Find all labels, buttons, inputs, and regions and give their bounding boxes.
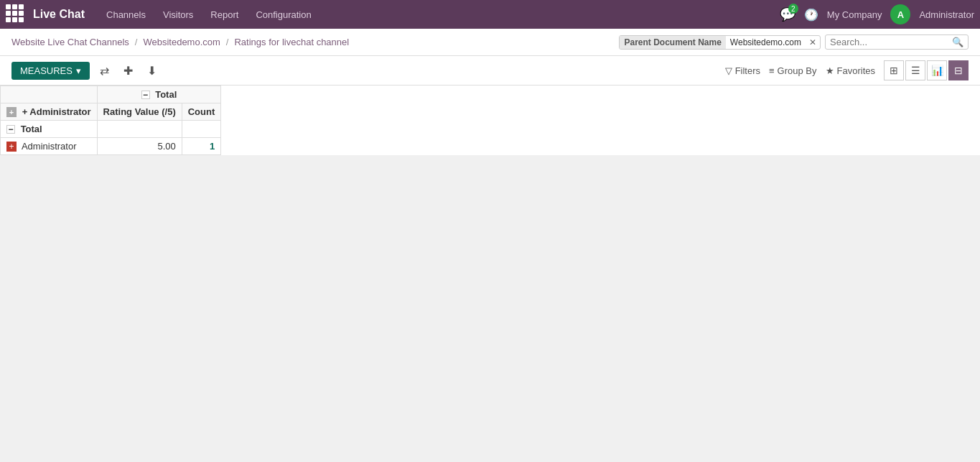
filter-tag-value: Websitedemo.com: [726, 36, 806, 49]
nav-right-area: 💬 2 🕐 My Company A Administrator: [780, 4, 974, 24]
add-icon[interactable]: ✚: [119, 62, 137, 80]
chart-view-button[interactable]: 📊: [927, 60, 947, 80]
filter-tag: Parent Document Name Websitedemo.com ✕: [619, 35, 821, 50]
filters-button[interactable]: ▽ Filters: [725, 65, 760, 76]
pivot-admin-row-label: + Administrator: [1, 138, 98, 155]
company-name[interactable]: My Company: [827, 9, 882, 20]
pivot-row-admin: + Administrator 5.00 1: [1, 138, 221, 155]
nav-visitors[interactable]: Visitors: [156, 6, 200, 23]
search-input[interactable]: [830, 37, 952, 47]
adjust-icon[interactable]: ⇄: [95, 62, 113, 80]
filters-label: Filters: [735, 65, 760, 76]
main-content: − Total + + Administrator Rating Value (…: [0, 86, 980, 155]
pivot-row-total: − Total: [1, 121, 221, 138]
pivot-header-empty: [1, 86, 98, 103]
breadcrumb-sep-1: /: [135, 37, 138, 47]
plus-row-icon[interactable]: +: [6, 142, 17, 152]
favorites-label: Favorites: [837, 65, 875, 76]
filter-tag-label: Parent Document Name: [620, 36, 725, 49]
user-avatar[interactable]: A: [890, 4, 910, 24]
plus-admin-icon[interactable]: +: [6, 107, 17, 117]
pivot-area: − Total + + Administrator Rating Value (…: [0, 86, 980, 155]
groupby-label: Group By: [778, 65, 817, 76]
user-name[interactable]: Administrator: [919, 9, 974, 20]
pivot-col-count: Count: [182, 103, 221, 121]
clock-icon[interactable]: 🕐: [804, 8, 818, 22]
search-input-wrap: 🔍: [825, 34, 969, 50]
pivot-total-rating: [97, 121, 182, 138]
groupby-icon: ≡: [769, 65, 775, 76]
measures-label: MEASURES: [20, 65, 73, 76]
filter-funnel-icon: ▽: [725, 65, 732, 76]
pivot-header-total: − Total: [97, 86, 221, 103]
minus-row-icon[interactable]: −: [6, 125, 15, 134]
breadcrumb-part-1[interactable]: Website Live Chat Channels: [11, 37, 129, 47]
favorites-button[interactable]: ★ Favorites: [826, 65, 875, 76]
breadcrumb-part-3: Ratings for livechat channel: [234, 37, 349, 47]
nav-configuration[interactable]: Configuration: [248, 6, 318, 23]
chat-notification-icon[interactable]: 💬 2: [780, 6, 795, 22]
search-icon[interactable]: 🔍: [952, 37, 963, 47]
toolbar: MEASURES ▾ ⇄ ✚ ⬇ ▽ Filters ≡ Group By ★ …: [0, 56, 980, 86]
minus-total-icon[interactable]: −: [141, 91, 150, 99]
pivot-admin-count: 1: [182, 138, 221, 155]
download-icon[interactable]: ⬇: [143, 62, 161, 80]
pivot-total-row-label: − Total: [1, 121, 98, 138]
pivot-admin-header-label: + Administrator: [22, 106, 91, 117]
pivot-total-count: [182, 121, 221, 138]
app-title: Live Chat: [33, 8, 85, 21]
filter-tag-close[interactable]: ✕: [806, 36, 820, 49]
breadcrumb-bar: Website Live Chat Channels / Websitedemo…: [0, 29, 980, 56]
top-navigation: Live Chat Channels Visitors Report Confi…: [0, 0, 980, 29]
toolbar-right: ▽ Filters ≡ Group By ★ Favorites ⊞ ☰ 📊 ⊟: [725, 60, 969, 80]
breadcrumb-sep-2: /: [226, 37, 229, 47]
app-grid-icon[interactable]: [6, 4, 26, 24]
favorites-star-icon: ★: [826, 65, 834, 76]
chat-badge: 2: [788, 4, 798, 14]
kanban-view-button[interactable]: ⊞: [884, 60, 904, 80]
list-view-button[interactable]: ☰: [905, 60, 925, 80]
breadcrumb-part-2[interactable]: Websitedemo.com: [143, 37, 220, 47]
pivot-header-admin-expand: + + Administrator: [1, 103, 98, 121]
search-area: Parent Document Name Websitedemo.com ✕ 🔍: [619, 34, 969, 50]
measures-chevron-icon: ▾: [76, 65, 81, 76]
pivot-view-button[interactable]: ⊟: [948, 60, 969, 80]
groupby-button[interactable]: ≡ Group By: [769, 65, 817, 76]
pivot-total-label: Total: [155, 89, 177, 100]
pivot-admin-rating: 5.00: [97, 138, 182, 155]
pivot-col-rating: Rating Value (/5): [97, 103, 182, 121]
nav-channels[interactable]: Channels: [99, 6, 153, 23]
nav-report[interactable]: Report: [203, 6, 246, 23]
pivot-table: − Total + + Administrator Rating Value (…: [0, 86, 221, 155]
measures-button[interactable]: MEASURES ▾: [11, 62, 90, 80]
view-buttons: ⊞ ☰ 📊 ⊟: [884, 60, 969, 80]
